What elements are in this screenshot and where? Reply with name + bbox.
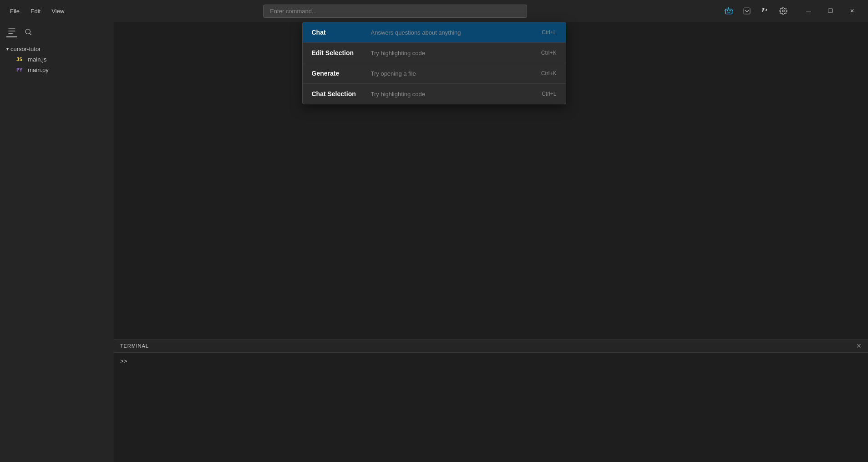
terminal-prompt-symbol: >>: [120, 358, 127, 365]
palette-item-edit-selection[interactable]: Edit SelectionTry highlighting codeCtrl+…: [303, 43, 566, 63]
title-bar-center: [76, 5, 714, 18]
js-file-name: main.js: [28, 56, 46, 63]
settings-icon[interactable]: [776, 4, 791, 18]
palette-item-desc: Try highlighting code: [371, 50, 541, 56]
wave-icon[interactable]: [758, 4, 772, 18]
palette-item-name: Chat Selection: [312, 90, 366, 98]
command-input-wrapper: [263, 5, 527, 18]
svg-rect-1: [727, 10, 728, 11]
file-menu[interactable]: File: [5, 6, 24, 16]
sidebar-content: ▾ cursor-tutor JS main.js PY main.py: [0, 42, 114, 462]
svg-rect-4: [744, 8, 750, 14]
menu-bar: File Edit View: [5, 6, 69, 16]
sidebar-top-icons: [0, 22, 114, 42]
title-bar-right: — ❐ ✕: [721, 4, 863, 18]
palette-item-desc: Try opening a file: [371, 70, 541, 77]
command-palette: ChatAnswers questions about anythingCtrl…: [302, 22, 566, 104]
sidebar-file-mainpy[interactable]: PY main.py: [0, 65, 114, 75]
palette-item-desc: Try highlighting code: [371, 91, 542, 98]
palette-item-shortcut: Ctrl+L: [542, 91, 556, 97]
svg-rect-2: [730, 10, 731, 11]
window-controls: — ❐ ✕: [798, 4, 863, 18]
py-file-name: main.py: [28, 67, 49, 73]
terminal-panel-icon[interactable]: [740, 4, 754, 18]
terminal-body[interactable]: >>: [114, 353, 868, 462]
sidebar-folder-cursor-tutor[interactable]: ▾ cursor-tutor: [0, 44, 114, 54]
terminal-close-button[interactable]: ✕: [856, 342, 862, 349]
folder-name: cursor-tutor: [10, 46, 41, 52]
title-bar: File Edit View: [0, 0, 868, 22]
py-file-icon: PY: [16, 67, 22, 73]
palette-item-chat-selection[interactable]: Chat SelectionTry highlighting codeCtrl+…: [303, 84, 566, 104]
view-menu[interactable]: View: [47, 6, 69, 16]
terminal-header: TERMINAL ✕: [114, 339, 868, 353]
sidebar: ▾ cursor-tutor JS main.js PY main.py: [0, 22, 114, 462]
sidebar-file-mainjs[interactable]: JS main.js: [0, 54, 114, 65]
palette-item-shortcut: Ctrl+L: [542, 29, 556, 36]
terminal-prompt: >>: [120, 358, 862, 365]
minimize-button[interactable]: —: [798, 4, 819, 18]
palette-item-name: Generate: [312, 70, 366, 77]
palette-item-shortcut: Ctrl+K: [541, 50, 557, 56]
svg-rect-0: [726, 9, 732, 14]
folder-chevron: ▾: [6, 46, 9, 51]
palette-item-chat[interactable]: ChatAnswers questions about anythingCtrl…: [303, 22, 566, 43]
ai-robot-icon[interactable]: [721, 4, 736, 18]
palette-item-shortcut: Ctrl+K: [541, 70, 557, 77]
files-icon[interactable]: [6, 26, 17, 37]
palette-item-generate[interactable]: GenerateTry opening a fileCtrl+K: [303, 63, 566, 84]
palette-item-name: Chat: [312, 29, 366, 36]
palette-item-desc: Answers questions about anything: [371, 29, 542, 36]
search-icon[interactable]: [23, 26, 34, 37]
svg-point-6: [25, 29, 30, 34]
maximize-button[interactable]: ❐: [820, 4, 841, 18]
edit-menu[interactable]: Edit: [26, 6, 45, 16]
command-input[interactable]: [263, 5, 527, 18]
terminal-panel: TERMINAL ✕ >>: [114, 339, 868, 462]
palette-item-name: Edit Selection: [312, 49, 366, 56]
svg-point-3: [728, 7, 729, 8]
js-file-icon: JS: [16, 56, 22, 62]
svg-point-5: [782, 10, 785, 12]
close-button[interactable]: ✕: [842, 4, 863, 18]
terminal-title: TERMINAL: [120, 343, 856, 349]
